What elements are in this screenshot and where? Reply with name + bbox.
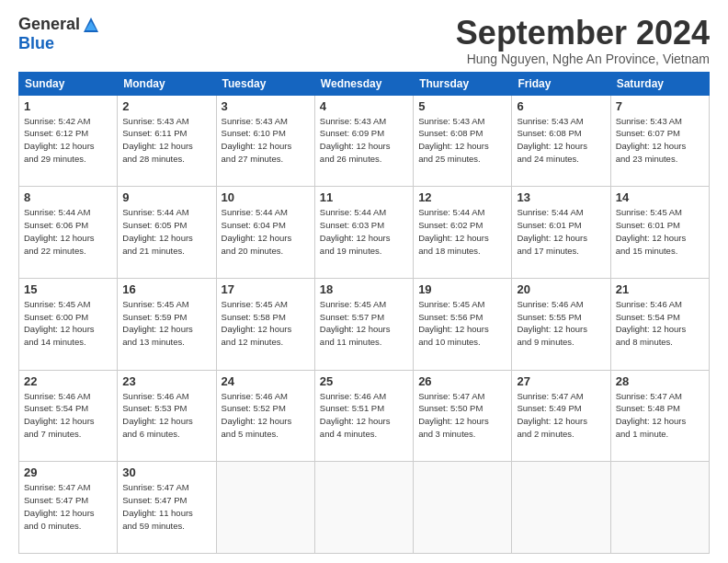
day-number: 26: [418, 374, 506, 388]
day-info: Sunrise: 5:44 AMSunset: 6:03 PMDaylight:…: [320, 207, 391, 255]
day-info: Sunrise: 5:45 AMSunset: 6:00 PMDaylight:…: [24, 299, 95, 347]
table-row: 17Sunrise: 5:45 AMSunset: 5:58 PMDayligh…: [216, 278, 314, 370]
day-info: Sunrise: 5:43 AMSunset: 6:08 PMDaylight:…: [418, 116, 489, 164]
title-block: September 2024 Hung Nguyen, Nghe An Prov…: [456, 15, 710, 66]
day-info: Sunrise: 5:43 AMSunset: 6:08 PMDaylight:…: [517, 116, 587, 164]
logo-general-text: General: [18, 15, 80, 34]
day-number: 16: [122, 282, 210, 296]
day-number: 11: [320, 190, 408, 204]
day-number: 3: [222, 99, 310, 113]
header: General Blue September 2024 Hung Nguyen,…: [18, 15, 710, 66]
day-number: 8: [24, 190, 112, 204]
table-row: 30Sunrise: 5:47 AMSunset: 5:47 PMDayligh…: [118, 462, 216, 554]
day-number: 4: [320, 99, 408, 113]
table-row: 8Sunrise: 5:44 AMSunset: 6:06 PMDaylight…: [19, 187, 118, 279]
table-row: [314, 462, 413, 554]
col-monday: Monday: [118, 72, 216, 95]
day-info: Sunrise: 5:44 AMSunset: 6:06 PMDaylight:…: [24, 207, 95, 255]
day-number: 24: [222, 374, 310, 388]
day-info: Sunrise: 5:45 AMSunset: 6:01 PMDaylight:…: [616, 207, 687, 255]
day-info: Sunrise: 5:44 AMSunset: 6:05 PMDaylight:…: [122, 207, 193, 255]
day-number: 19: [418, 282, 506, 296]
table-row: 9Sunrise: 5:44 AMSunset: 6:05 PMDaylight…: [118, 187, 216, 279]
table-row: 29Sunrise: 5:47 AMSunset: 5:47 PMDayligh…: [19, 462, 118, 554]
day-number: 15: [24, 282, 112, 296]
day-info: Sunrise: 5:47 AMSunset: 5:50 PMDaylight:…: [418, 391, 489, 439]
day-number: 25: [320, 374, 408, 388]
day-info: Sunrise: 5:46 AMSunset: 5:53 PMDaylight:…: [122, 391, 193, 439]
table-row: 3Sunrise: 5:43 AMSunset: 6:10 PMDaylight…: [216, 95, 314, 187]
day-number: 17: [222, 282, 310, 296]
day-info: Sunrise: 5:45 AMSunset: 5:59 PMDaylight:…: [122, 299, 193, 347]
table-row: 19Sunrise: 5:45 AMSunset: 5:56 PMDayligh…: [414, 278, 512, 370]
table-row: 10Sunrise: 5:44 AMSunset: 6:04 PMDayligh…: [216, 187, 314, 279]
day-info: Sunrise: 5:46 AMSunset: 5:55 PMDaylight:…: [517, 299, 587, 347]
day-number: 7: [616, 99, 704, 113]
day-info: Sunrise: 5:46 AMSunset: 5:51 PMDaylight:…: [320, 391, 391, 439]
table-row: [512, 462, 610, 554]
day-number: 18: [320, 282, 408, 296]
day-info: Sunrise: 5:45 AMSunset: 5:58 PMDaylight:…: [222, 299, 292, 347]
table-row: 7Sunrise: 5:43 AMSunset: 6:07 PMDaylight…: [610, 95, 709, 187]
table-row: 1Sunrise: 5:42 AMSunset: 6:12 PMDaylight…: [19, 95, 118, 187]
day-number: 9: [122, 190, 210, 204]
day-number: 14: [616, 190, 704, 204]
day-number: 30: [122, 465, 210, 479]
col-sunday: Sunday: [19, 72, 118, 95]
table-row: 5Sunrise: 5:43 AMSunset: 6:08 PMDaylight…: [414, 95, 512, 187]
table-row: 6Sunrise: 5:43 AMSunset: 6:08 PMDaylight…: [512, 95, 610, 187]
day-info: Sunrise: 5:47 AMSunset: 5:47 PMDaylight:…: [24, 482, 95, 530]
table-row: 24Sunrise: 5:46 AMSunset: 5:52 PMDayligh…: [216, 370, 314, 462]
table-row: [216, 462, 314, 554]
week-row: 29Sunrise: 5:47 AMSunset: 5:47 PMDayligh…: [19, 462, 710, 554]
day-info: Sunrise: 5:46 AMSunset: 5:54 PMDaylight:…: [24, 391, 95, 439]
table-row: 15Sunrise: 5:45 AMSunset: 6:00 PMDayligh…: [19, 278, 118, 370]
day-number: 12: [418, 190, 506, 204]
col-wednesday: Wednesday: [314, 72, 413, 95]
day-info: Sunrise: 5:43 AMSunset: 6:09 PMDaylight:…: [320, 116, 391, 164]
day-number: 23: [122, 374, 210, 388]
logo: General Blue: [18, 15, 100, 53]
day-number: 5: [418, 99, 506, 113]
table-row: [414, 462, 512, 554]
table-row: 16Sunrise: 5:45 AMSunset: 5:59 PMDayligh…: [118, 278, 216, 370]
day-info: Sunrise: 5:43 AMSunset: 6:07 PMDaylight:…: [616, 116, 687, 164]
day-info: Sunrise: 5:46 AMSunset: 5:54 PMDaylight:…: [616, 299, 687, 347]
week-row: 15Sunrise: 5:45 AMSunset: 6:00 PMDayligh…: [19, 278, 710, 370]
day-number: 13: [517, 190, 605, 204]
day-info: Sunrise: 5:43 AMSunset: 6:10 PMDaylight:…: [222, 116, 292, 164]
logo-icon: [82, 16, 100, 34]
day-number: 22: [24, 374, 112, 388]
day-number: 20: [517, 282, 605, 296]
table-row: 27Sunrise: 5:47 AMSunset: 5:49 PMDayligh…: [512, 370, 610, 462]
table-row: 23Sunrise: 5:46 AMSunset: 5:53 PMDayligh…: [118, 370, 216, 462]
table-row: 25Sunrise: 5:46 AMSunset: 5:51 PMDayligh…: [314, 370, 413, 462]
table-row: 11Sunrise: 5:44 AMSunset: 6:03 PMDayligh…: [314, 187, 413, 279]
table-row: 13Sunrise: 5:44 AMSunset: 6:01 PMDayligh…: [512, 187, 610, 279]
table-row: 14Sunrise: 5:45 AMSunset: 6:01 PMDayligh…: [610, 187, 709, 279]
month-title: September 2024: [456, 15, 710, 52]
day-info: Sunrise: 5:46 AMSunset: 5:52 PMDaylight:…: [222, 391, 292, 439]
day-number: 21: [616, 282, 704, 296]
day-info: Sunrise: 5:47 AMSunset: 5:47 PMDaylight:…: [122, 482, 193, 530]
day-info: Sunrise: 5:47 AMSunset: 5:48 PMDaylight:…: [616, 391, 687, 439]
col-tuesday: Tuesday: [216, 72, 314, 95]
week-row: 8Sunrise: 5:44 AMSunset: 6:06 PMDaylight…: [19, 187, 710, 279]
page: General Blue September 2024 Hung Nguyen,…: [0, 0, 728, 563]
day-info: Sunrise: 5:43 AMSunset: 6:11 PMDaylight:…: [122, 116, 193, 164]
day-number: 27: [517, 374, 605, 388]
week-row: 22Sunrise: 5:46 AMSunset: 5:54 PMDayligh…: [19, 370, 710, 462]
table-row: 12Sunrise: 5:44 AMSunset: 6:02 PMDayligh…: [414, 187, 512, 279]
table-row: 4Sunrise: 5:43 AMSunset: 6:09 PMDaylight…: [314, 95, 413, 187]
header-row: Sunday Monday Tuesday Wednesday Thursday…: [19, 72, 710, 95]
day-info: Sunrise: 5:42 AMSunset: 6:12 PMDaylight:…: [24, 116, 95, 164]
table-row: 20Sunrise: 5:46 AMSunset: 5:55 PMDayligh…: [512, 278, 610, 370]
week-row: 1Sunrise: 5:42 AMSunset: 6:12 PMDaylight…: [19, 95, 710, 187]
calendar: Sunday Monday Tuesday Wednesday Thursday…: [18, 72, 710, 554]
location: Hung Nguyen, Nghe An Province, Vietnam: [456, 52, 710, 66]
table-row: [610, 462, 709, 554]
col-saturday: Saturday: [610, 72, 709, 95]
day-info: Sunrise: 5:44 AMSunset: 6:01 PMDaylight:…: [517, 207, 587, 255]
table-row: 22Sunrise: 5:46 AMSunset: 5:54 PMDayligh…: [19, 370, 118, 462]
table-row: 28Sunrise: 5:47 AMSunset: 5:48 PMDayligh…: [610, 370, 709, 462]
